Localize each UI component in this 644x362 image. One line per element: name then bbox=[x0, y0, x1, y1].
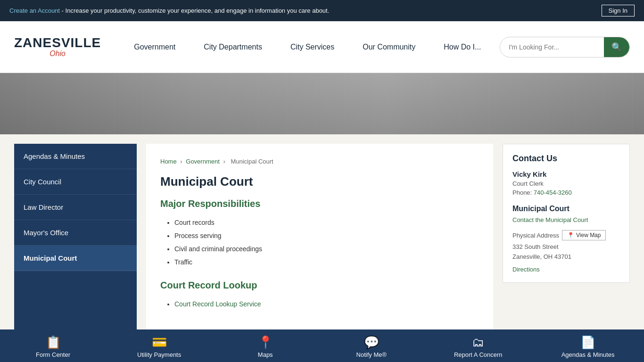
sidebar-item-municipal-court[interactable]: Municipal Court bbox=[14, 246, 137, 271]
contact-section-title: Municipal Court bbox=[512, 205, 620, 213]
utility-payments-icon: 💳 bbox=[152, 336, 167, 348]
list-item: Civil and criminal proceedings bbox=[174, 242, 479, 255]
contact-phone: Phone: 740-454-3260 bbox=[512, 189, 620, 196]
major-responsibilities-heading: Major Responsibilities bbox=[160, 198, 479, 209]
address-label: Physical Address 📍 View Map bbox=[512, 230, 620, 240]
map-pin-icon: 📍 bbox=[567, 232, 574, 239]
breadcrumb-home[interactable]: Home bbox=[160, 158, 177, 165]
nav-city-services[interactable]: City Services bbox=[276, 38, 348, 56]
footer-notify-me[interactable]: 💬 Notify Me® bbox=[348, 336, 395, 358]
sidebar: Agendas & Minutes City Council Law Direc… bbox=[14, 144, 137, 336]
court-record-link[interactable]: Court Record Lookup Service bbox=[174, 300, 261, 308]
footer-utility-payments-label: Utility Payments bbox=[137, 351, 181, 358]
create-account-link[interactable]: Create an Account bbox=[9, 7, 60, 14]
list-item: Court records bbox=[174, 216, 479, 229]
topbar-text: - Increase your productivity, customize … bbox=[62, 7, 330, 14]
footer-maps-label: Maps bbox=[258, 351, 273, 358]
logo-link[interactable]: ZANESVILLE Ohio bbox=[14, 36, 101, 58]
notify-me-icon: 💬 bbox=[364, 336, 379, 348]
contact-title: Contact Us bbox=[512, 154, 620, 164]
nav-government[interactable]: Government bbox=[120, 38, 190, 56]
breadcrumb: Home › Government › Municipal Court bbox=[160, 158, 479, 165]
report-concern-icon: 🗂 bbox=[472, 336, 484, 348]
footer-notify-me-label: Notify Me® bbox=[356, 351, 387, 358]
footer-maps[interactable]: 📍 Maps bbox=[242, 336, 289, 358]
hero-image bbox=[0, 73, 644, 134]
footer-report-concern[interactable]: 🗂 Report A Concern bbox=[454, 336, 503, 358]
logo-state: Ohio bbox=[14, 49, 101, 58]
sidebar-item-mayors-office[interactable]: Mayor's Office bbox=[14, 220, 137, 246]
content-area: Home › Government › Municipal Court Muni… bbox=[146, 144, 493, 336]
sidebar-item-city-council[interactable]: City Council bbox=[14, 169, 137, 195]
sign-in-button[interactable]: Sign In bbox=[602, 5, 635, 16]
footer-bar: 📋 Form Center 💳 Utility Payments 📍 Maps … bbox=[0, 329, 644, 362]
contact-role: Court Clerk bbox=[512, 180, 620, 187]
footer-form-center-label: Form Center bbox=[36, 351, 70, 358]
footer-agendas-minutes-label: Agendas & Minutes bbox=[561, 351, 615, 358]
main-container: Agendas & Minutes City Council Law Direc… bbox=[0, 134, 644, 346]
logo-city: ZANESVILLE bbox=[14, 36, 101, 49]
contact-name: Vicky Kirk bbox=[512, 170, 620, 178]
list-item: Traffic bbox=[174, 255, 479, 269]
contact-box: Contact Us Vicky Kirk Court Clerk Phone:… bbox=[503, 144, 630, 283]
footer-agendas-minutes[interactable]: 📄 Agendas & Minutes bbox=[561, 336, 615, 358]
search-bar: 🔍 bbox=[500, 37, 630, 58]
footer-utility-payments[interactable]: 💳 Utility Payments bbox=[136, 336, 183, 358]
agendas-minutes-icon: 📄 bbox=[580, 336, 595, 348]
sidebar-item-agendas[interactable]: Agendas & Minutes bbox=[14, 144, 137, 169]
right-sidebar: Contact Us Vicky Kirk Court Clerk Phone:… bbox=[503, 144, 630, 336]
maps-icon: 📍 bbox=[258, 336, 273, 348]
breadcrumb-government[interactable]: Government bbox=[186, 158, 220, 165]
directions-link[interactable]: Directions bbox=[512, 266, 620, 273]
sidebar-item-law-director[interactable]: Law Director bbox=[14, 195, 137, 220]
address-text: 332 South Street Zanesville, OH 43701 bbox=[512, 242, 620, 262]
top-bar: Create an Account - Increase your produc… bbox=[0, 0, 644, 21]
court-record-heading: Court Record Lookup bbox=[160, 280, 479, 291]
page-title: Municipal Court bbox=[160, 174, 479, 189]
search-button[interactable]: 🔍 bbox=[604, 37, 629, 57]
nav-how-do-i[interactable]: How Do I... bbox=[429, 38, 495, 56]
header: ZANESVILLE Ohio Government City Departme… bbox=[0, 21, 644, 73]
nav-our-community[interactable]: Our Community bbox=[348, 38, 429, 56]
form-center-icon: 📋 bbox=[46, 336, 61, 348]
main-nav: Government City Departments City Service… bbox=[120, 38, 500, 56]
court-record-list: Court Record Lookup Service bbox=[160, 297, 479, 311]
contact-municipal-court-link[interactable]: Contact the Municipal Court bbox=[512, 216, 588, 223]
breadcrumb-current: Municipal Court bbox=[231, 158, 273, 165]
footer-form-center[interactable]: 📋 Form Center bbox=[30, 336, 77, 358]
list-item: Court Record Lookup Service bbox=[174, 297, 479, 311]
search-input[interactable] bbox=[500, 39, 604, 56]
view-map-button[interactable]: 📍 View Map bbox=[562, 230, 606, 240]
footer-report-concern-label: Report A Concern bbox=[454, 351, 503, 358]
responsibilities-list: Court records Process serving Civil and … bbox=[160, 216, 479, 269]
list-item: Process serving bbox=[174, 229, 479, 242]
contact-phone-link[interactable]: 740-454-3260 bbox=[534, 189, 572, 196]
nav-city-departments[interactable]: City Departments bbox=[190, 38, 276, 56]
